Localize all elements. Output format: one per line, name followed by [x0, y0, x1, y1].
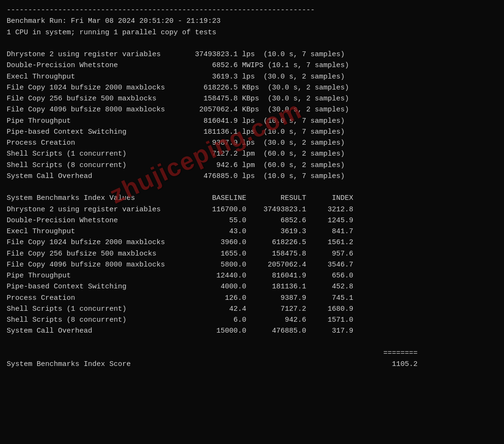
result-row: Shell Scripts (8 concurrent) 942.6 lpm (…: [7, 160, 497, 171]
results-section: Dhrystone 2 using register variables 374…: [7, 49, 497, 182]
index-row: System Call Overhead 15000.0 476885.0 31…: [7, 326, 497, 336]
result-row: Process Creation 9387.9 lps (30.0 s, 2 s…: [7, 138, 497, 148]
score-line: System Benchmarks Index Score 1105.2: [7, 359, 497, 370]
index-row: Process Creation 126.0 9387.9 745.1: [7, 293, 497, 304]
equals-line: ========: [7, 348, 497, 359]
index-row: Shell Scripts (8 concurrent) 6.0 942.6 1…: [7, 315, 497, 326]
index-row: File Copy 1024 bufsize 2000 maxblocks 39…: [7, 237, 497, 248]
score-section: ========System Benchmarks Index Score 11…: [7, 348, 497, 370]
result-row: System Call Overhead 476885.0 lps (10.0 …: [7, 171, 497, 182]
result-row: Pipe Throughput 816041.9 lps (10.0 s, 7 …: [7, 116, 497, 127]
index-row: File Copy 4096 bufsize 8000 maxblocks 58…: [7, 259, 497, 270]
index-header-line: System Benchmarks Index Values BASELINE …: [7, 193, 497, 204]
result-row: File Copy 4096 bufsize 8000 maxblocks 20…: [7, 104, 497, 115]
result-row: Pipe-based Context Switching 181136.1 lp…: [7, 127, 497, 138]
terminal-output: ----------------------------------------…: [7, 5, 497, 370]
result-row: Shell Scripts (1 concurrent) 7127.2 lpm …: [7, 148, 497, 159]
separator-line: ----------------------------------------…: [7, 5, 497, 16]
cpu-info-line: 1 CPU in system; running 1 parallel copy…: [7, 27, 497, 38]
index-row: Pipe-based Context Switching 4000.0 1811…: [7, 281, 497, 292]
index-row: Execl Throughput 43.0 3619.3 841.7: [7, 226, 497, 237]
result-row: Dhrystone 2 using register variables 374…: [7, 49, 497, 60]
result-row: File Copy 256 bufsize 500 maxblocks 1584…: [7, 93, 497, 104]
index-section: System Benchmarks Index Values BASELINE …: [7, 193, 497, 336]
result-row: Execl Throughput 3619.3 lps (30.0 s, 2 s…: [7, 71, 497, 82]
index-row: Dhrystone 2 using register variables 116…: [7, 204, 497, 215]
result-row: File Copy 1024 bufsize 2000 maxblocks 61…: [7, 82, 497, 93]
index-row: Double-Precision Whetstone 55.0 6852.6 1…: [7, 215, 497, 226]
result-row: Double-Precision Whetstone 6852.6 MWIPS …: [7, 60, 497, 71]
index-row: Pipe Throughput 12440.0 816041.9 656.0: [7, 270, 497, 281]
index-row: File Copy 256 bufsize 500 maxblocks 1655…: [7, 248, 497, 259]
benchmark-run-line: Benchmark Run: Fri Mar 08 2024 20:51:20 …: [7, 16, 497, 27]
index-row: Shell Scripts (1 concurrent) 42.4 7127.2…: [7, 304, 497, 315]
